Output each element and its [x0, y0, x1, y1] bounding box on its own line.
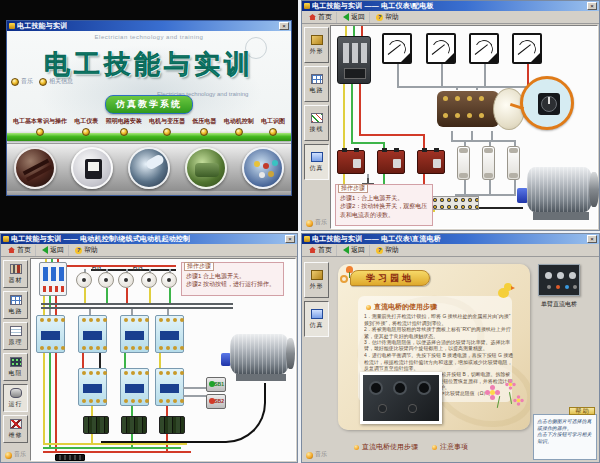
contactor-terminals	[159, 346, 163, 350]
close-button[interactable]: ×	[279, 22, 289, 30]
transfer-switch[interactable]	[437, 87, 533, 131]
menu-ball-icon[interactable]	[120, 128, 128, 136]
menu-item-drawings[interactable]: 电工识图	[261, 117, 285, 136]
photo-motor	[185, 147, 227, 189]
wire	[183, 395, 206, 397]
fuse-2[interactable]	[482, 146, 495, 180]
current-transformer-3[interactable]	[417, 150, 445, 174]
title-bar[interactable]: 电工技能与实训 ×	[7, 21, 291, 31]
sidebar-equipment[interactable]: 器材	[3, 260, 28, 288]
sidebar-simulation[interactable]: 仿真	[304, 144, 329, 180]
wire	[124, 353, 126, 368]
link-usage-steps[interactable]: 直流电桥使用步骤	[354, 442, 418, 452]
sidebar-principle[interactable]: 原理	[3, 322, 28, 350]
fuse-round-1[interactable]	[76, 272, 92, 288]
document-icon	[10, 326, 22, 336]
sidebar-appearance[interactable]: 外形	[304, 262, 329, 298]
home-button[interactable]: 首页	[4, 245, 36, 256]
menu-ball-icon[interactable]	[200, 128, 208, 136]
switch-drum	[437, 91, 499, 127]
back-button[interactable]: 返回	[339, 245, 370, 256]
learning-card: 学习园地 直流电桥的使用步骤 1．测量前先打开检流计锁扣，即将 G 接线柱处的金…	[338, 264, 530, 430]
step-line: 步骤2 按动按钮，进行运行操作。	[186, 280, 280, 288]
help-button[interactable]: ?帮助	[372, 245, 403, 256]
sidebar-circuit[interactable]: 电路	[3, 291, 28, 319]
stop-button[interactable]: SB2	[206, 394, 226, 409]
contactor[interactable]	[120, 315, 149, 353]
contactor[interactable]	[155, 315, 184, 353]
menu-item-machines[interactable]: 电机与变压器	[149, 117, 185, 136]
panel-meter-1[interactable]	[382, 33, 412, 64]
contactor-terminals	[40, 318, 44, 322]
back-button[interactable]: 返回	[38, 245, 69, 256]
wound-rotor-motor[interactable]	[221, 331, 295, 383]
circuit-breaker[interactable]	[337, 36, 371, 84]
wiring-icon	[311, 113, 323, 123]
flower-decoration	[517, 399, 521, 403]
sidebar-run[interactable]: 运行	[3, 384, 28, 412]
menu-ball-icon[interactable]	[82, 128, 90, 136]
fuse-round-5[interactable]	[161, 272, 177, 288]
sidebar-appearance[interactable]: 外形	[304, 27, 329, 63]
terminal-strip[interactable]	[431, 196, 479, 210]
music-toggle[interactable]	[306, 452, 313, 459]
link-precautions[interactable]: 注意事项	[432, 442, 468, 452]
wire	[359, 84, 361, 134]
contactor[interactable]	[36, 315, 65, 353]
cube-icon	[311, 270, 323, 280]
sidebar-wiring[interactable]: 接线	[304, 105, 329, 141]
fuse-round-3[interactable]	[118, 272, 134, 288]
home-button[interactable]: 首页	[305, 12, 337, 23]
help-note-tab[interactable]: 帮 助	[569, 407, 595, 415]
menu-ball-icon[interactable]	[269, 128, 277, 136]
sidebar-repair[interactable]: 维修	[3, 415, 28, 443]
current-transformer-2[interactable]	[377, 150, 405, 174]
sidebar-simulation[interactable]: 仿真	[304, 301, 329, 337]
panel-meter-2[interactable]	[426, 33, 456, 64]
title-bar[interactable]: 电工技能与实训 —— 电动机控制\绕线式电动机起动控制 ×	[1, 234, 297, 244]
close-button[interactable]: ×	[285, 235, 295, 243]
help-button[interactable]: ?帮助	[372, 12, 403, 23]
wire	[82, 353, 84, 368]
current-transformer-1[interactable]	[337, 150, 365, 174]
back-arrow-icon	[343, 246, 349, 254]
cube-icon	[311, 35, 323, 45]
menu-item-lighting[interactable]: 照明电路安装	[106, 117, 142, 136]
sidebar-resistor[interactable]: 电阻	[3, 353, 28, 381]
fuse-round-2[interactable]	[98, 272, 114, 288]
back-button[interactable]: 返回	[339, 12, 370, 23]
rotary-knob-zoom[interactable]	[538, 93, 560, 115]
help-button[interactable]: ?帮助	[71, 245, 102, 256]
title-bar[interactable]: 电工技能与实训 —— 电工仪表\直流电桥 ×	[302, 234, 599, 244]
ring-decoration	[340, 275, 348, 283]
close-button[interactable]: ×	[587, 2, 597, 10]
device-thumbnail[interactable]	[538, 264, 580, 296]
panel-meter-3[interactable]	[469, 33, 499, 64]
music-toggle-button[interactable]: 音乐	[11, 77, 33, 86]
title-bar[interactable]: 电工技能与实训 —— 电工仪表\配电板 ×	[302, 1, 599, 11]
home-button[interactable]: 首页	[305, 245, 337, 256]
menu-ball-icon[interactable]	[163, 128, 171, 136]
info-button[interactable]: 相关信息	[39, 77, 73, 86]
menu-item-lv-apparatus[interactable]: 低压电器	[192, 117, 216, 136]
menu-item-motor-control[interactable]: 电动机控制	[224, 117, 254, 136]
music-toggle[interactable]	[5, 452, 12, 459]
circuit-breaker[interactable]	[39, 262, 67, 296]
menu-ball-icon[interactable]	[235, 128, 243, 136]
bus-bar	[41, 303, 233, 305]
motor[interactable]	[517, 164, 599, 222]
close-button[interactable]: ×	[587, 235, 597, 243]
tulip-icon	[346, 266, 353, 273]
fuse-round-4[interactable]	[141, 272, 157, 288]
menu-item-basics[interactable]: 电工基本常识与操作	[13, 117, 67, 136]
menu-ball-icon[interactable]	[36, 128, 44, 136]
music-toggle[interactable]	[306, 220, 313, 227]
wire	[397, 64, 399, 86]
help-icon: ?	[75, 247, 82, 254]
fuse-1[interactable]	[457, 146, 470, 180]
sidebar-circuit[interactable]: 电路	[304, 66, 329, 102]
contactor[interactable]	[78, 315, 107, 353]
panel-meter-4[interactable]	[512, 33, 542, 64]
menu-item-meters[interactable]: 电工仪表	[74, 117, 98, 136]
circuit-icon	[10, 295, 22, 305]
